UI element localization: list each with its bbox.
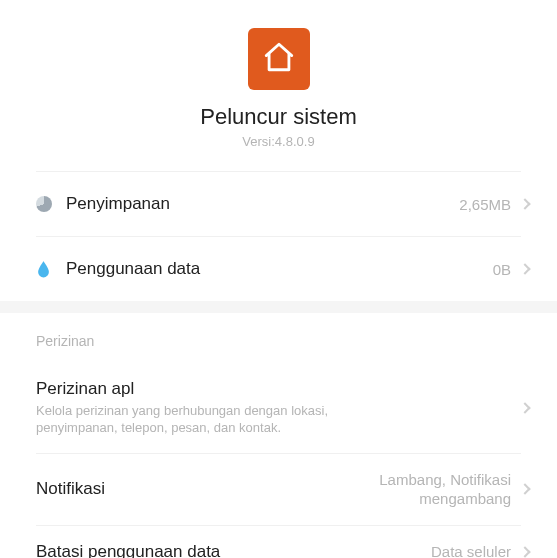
chevron-right-icon bbox=[519, 484, 530, 495]
restrict-data-value: Data seluler bbox=[431, 542, 511, 558]
chevron-right-icon bbox=[519, 546, 530, 557]
chevron-right-icon bbox=[519, 263, 530, 274]
data-usage-label: Penggunaan data bbox=[66, 259, 493, 279]
notifications-value: Lambang, Notifikasi mengambang bbox=[341, 470, 511, 509]
notifications-title: Notifikasi bbox=[36, 479, 341, 499]
app-header: Peluncur sistem Versi:4.8.0.9 bbox=[0, 0, 557, 171]
notifications-row[interactable]: Notifikasi Lambang, Notifikasi mengamban… bbox=[0, 454, 557, 525]
app-version: Versi:4.8.0.9 bbox=[0, 134, 557, 149]
storage-row[interactable]: Penyimpanan 2,65MB bbox=[0, 172, 557, 236]
app-permissions-sub: Kelola perizinan yang berhubungan dengan… bbox=[36, 403, 366, 437]
app-permissions-row[interactable]: Perizinan apl Kelola perizinan yang berh… bbox=[0, 363, 557, 453]
app-permissions-title: Perizinan apl bbox=[36, 379, 521, 399]
chevron-right-icon bbox=[519, 402, 530, 413]
storage-value: 2,65MB bbox=[459, 196, 511, 213]
permissions-section-header: Perizinan bbox=[0, 313, 557, 363]
app-name: Peluncur sistem bbox=[0, 104, 557, 130]
restrict-data-row[interactable]: Batasi penggunaan data Data seluler bbox=[0, 526, 557, 558]
storage-label: Penyimpanan bbox=[66, 194, 459, 214]
data-usage-value: 0B bbox=[493, 261, 511, 278]
data-usage-row[interactable]: Penggunaan data 0B bbox=[0, 237, 557, 301]
pie-chart-icon bbox=[36, 196, 66, 212]
section-gap bbox=[0, 301, 557, 313]
restrict-data-title: Batasi penggunaan data bbox=[36, 542, 431, 558]
chevron-right-icon bbox=[519, 198, 530, 209]
water-drop-icon bbox=[36, 260, 66, 278]
app-icon bbox=[248, 28, 310, 90]
home-icon bbox=[262, 40, 296, 78]
